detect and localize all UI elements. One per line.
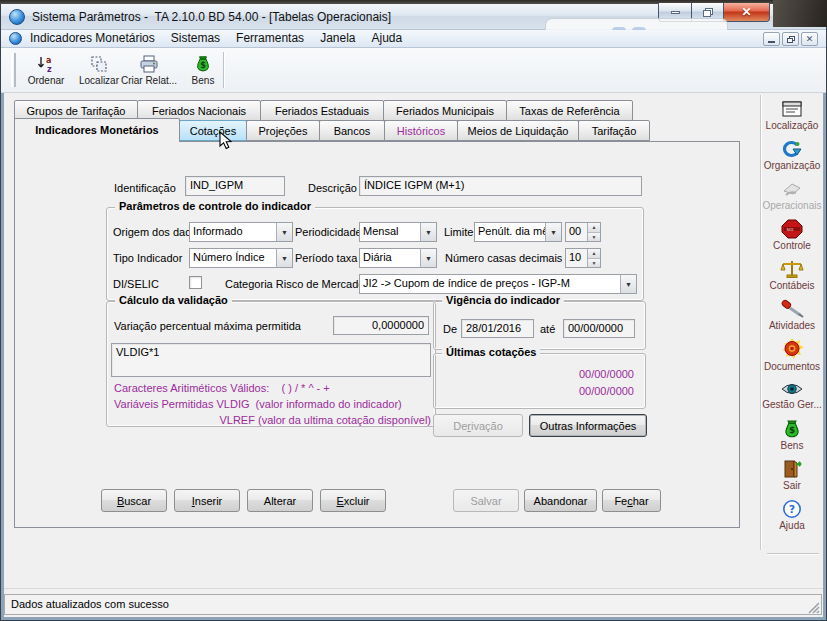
- localizar-button[interactable]: Localizar: [73, 50, 125, 91]
- ordenar-button[interactable]: a z Ordenar: [20, 50, 72, 91]
- close-button[interactable]: ✕: [724, 3, 770, 22]
- formula-textarea[interactable]: VLDIG*1: [111, 343, 431, 377]
- periodicidade-label: Periodicidade: [295, 226, 362, 238]
- tab-content-panel: Identificação IND_IGPM Descrição ÍNDICE …: [14, 141, 740, 528]
- spin-down-icon[interactable]: ▼: [588, 259, 600, 268]
- mdi-minimize-icon: [768, 41, 775, 43]
- chevron-down-icon[interactable]: ▼: [420, 223, 436, 241]
- variacao-field[interactable]: 0,0000000: [333, 316, 429, 335]
- identificacao-field[interactable]: IND_IGPM: [185, 176, 285, 196]
- sidebar-item-gestao-gerencial[interactable]: Gestão Ger...: [761, 375, 823, 415]
- categoria-risco-label: Categoria Risco de Mercado: [225, 278, 364, 290]
- toolbar-button-label: Bens: [192, 75, 215, 86]
- fechar-button[interactable]: Fechar: [602, 489, 661, 512]
- sidebar-item-controle[interactable]: SIG Controle: [761, 215, 823, 255]
- origem-combobox[interactable]: Informado ▼: [189, 222, 293, 242]
- tab-indicadores-monetarios[interactable]: Indicadores Monetários: [14, 118, 180, 142]
- spin-up-icon[interactable]: ▲: [588, 249, 600, 259]
- chevron-down-icon[interactable]: ▼: [276, 249, 292, 267]
- menu-sistemas[interactable]: Sistemas: [163, 30, 228, 48]
- sort-az-icon: a z: [36, 55, 56, 73]
- toolbar: a z Ordenar Localizar Criar Relat...: [1, 48, 826, 93]
- menu-ajuda[interactable]: Ajuda: [364, 30, 411, 48]
- periodo-taxa-label: Período taxa: [295, 252, 357, 264]
- diselic-checkbox[interactable]: [189, 276, 202, 289]
- menu-ferramentas[interactable]: Ferramentas: [228, 30, 312, 48]
- buscar-button[interactable]: Buscar: [101, 489, 167, 512]
- salvar-button[interactable]: Salvar: [453, 489, 519, 512]
- sidebar-item-documentos[interactable]: Documentos: [761, 335, 823, 375]
- casas-decimais-spinner[interactable]: 10 ▲▼: [565, 248, 601, 268]
- chevron-down-icon[interactable]: ▼: [545, 223, 561, 241]
- chevron-down-icon[interactable]: ▼: [620, 275, 636, 293]
- tab-historicos[interactable]: Históricos: [384, 120, 458, 141]
- find-selection-icon: [89, 55, 109, 73]
- svg-text:z: z: [47, 65, 52, 73]
- sidebar-item-contabeis[interactable]: Contábeis: [761, 255, 823, 295]
- money-bag-icon: $: [782, 419, 802, 439]
- periodo-taxa-combobox[interactable]: Diária ▼: [359, 248, 437, 268]
- tipo-indicador-label: Tipo Indicador: [113, 252, 182, 264]
- printer-icon: [139, 55, 159, 73]
- resize-grip[interactable]: [807, 601, 821, 615]
- toolbar-button-label: Localizar: [79, 75, 119, 86]
- vigencia-ate-field[interactable]: 00/00/0000: [563, 319, 635, 338]
- tab-taxas-de-referencia[interactable]: Taxas de Referência: [506, 100, 633, 121]
- tab-feriados-estaduais[interactable]: Feriados Estaduais: [260, 100, 384, 121]
- target-icon: [780, 338, 804, 360]
- vigencia-de-field[interactable]: 28/01/2016: [461, 319, 534, 338]
- spin-down-icon[interactable]: ▼: [588, 233, 600, 242]
- mdi-minimize-button[interactable]: [763, 32, 780, 46]
- limite-spinner[interactable]: 00 ▲▼: [565, 222, 601, 242]
- tab-tarifacao[interactable]: Tarifação: [578, 120, 650, 141]
- tab-meios-de-liquidacao[interactable]: Meios de Liquidação: [457, 120, 579, 141]
- menu-indicadores-monetarios[interactable]: Indicadores Monetários: [22, 30, 163, 48]
- menu-janela[interactable]: Janela: [312, 30, 363, 48]
- spin-up-icon[interactable]: ▲: [588, 223, 600, 233]
- sidebar-separator: [767, 553, 819, 555]
- chevron-down-icon[interactable]: ▼: [420, 249, 436, 267]
- money-bag-icon: $: [194, 55, 212, 73]
- sidebar-item-atividades[interactable]: Atividades: [761, 295, 823, 335]
- tipo-indicador-combobox[interactable]: Número Índice ▼: [189, 248, 293, 268]
- identificacao-label: Identificação: [114, 182, 176, 194]
- org-arrow-icon: [780, 139, 804, 159]
- tab-bancos[interactable]: Bancos: [319, 120, 385, 141]
- descricao-field[interactable]: ÍNDICE IGPM (M+1): [359, 176, 642, 196]
- derivacao-button[interactable]: Derivação: [433, 414, 523, 437]
- client-area: Grupos de Tarifação Feriados Nacionais F…: [4, 93, 823, 588]
- mdi-close-button[interactable]: ✕: [801, 32, 818, 46]
- sidebar-item-operacionais[interactable]: Operacionais: [761, 175, 823, 215]
- calculo-groupbox: Cálculo da validação Variação percentual…: [106, 301, 436, 427]
- toolbar-button-label: Ordenar: [28, 75, 65, 86]
- sidebar-item-bens[interactable]: $ Bens: [761, 415, 823, 455]
- alterar-button[interactable]: Alterar: [247, 489, 313, 512]
- bens-toolbar-button[interactable]: $ Bens: [183, 50, 223, 91]
- chevron-down-icon[interactable]: ▼: [276, 223, 292, 241]
- tab-projecoes[interactable]: Projeções: [246, 120, 320, 141]
- hint-vlref: VLREF (valor da ultima cotação disponíve…: [107, 414, 431, 426]
- outras-informacoes-button[interactable]: Outras Informações: [529, 414, 647, 437]
- categoria-risco-combobox[interactable]: JI2 -> Cupom de índice de preços - IGP-M…: [359, 274, 637, 294]
- ultima-cotacao-data-2: 00/00/0000: [434, 385, 634, 397]
- sidebar-item-ajuda[interactable]: ? Ajuda: [761, 495, 823, 535]
- tab-feriados-municipais[interactable]: Feriados Municipais: [383, 100, 507, 121]
- close-icon: ✕: [741, 6, 751, 18]
- mdi-restore-button[interactable]: [782, 32, 799, 46]
- toolbar-grip[interactable]: [11, 53, 16, 87]
- inserir-button[interactable]: Inserir: [174, 489, 240, 512]
- excluir-button[interactable]: Excluir: [320, 489, 386, 512]
- sidebar-item-localizacao[interactable]: Localização: [761, 95, 823, 135]
- ultimas-cotacoes-title: Últimas cotações: [442, 346, 540, 358]
- sidebar-item-organizacao[interactable]: Organização: [761, 135, 823, 175]
- category-sidebar: Localização Organização Operacionais: [760, 95, 823, 550]
- criar-relatorio-button[interactable]: Criar Relat...: [119, 50, 179, 91]
- periodicidade-combobox[interactable]: Mensal ▼: [359, 222, 437, 242]
- window-title: Sistema Parâmetros - TA 2.10.0 BD 54.00 …: [32, 10, 391, 24]
- sidebar-item-sair[interactable]: Sair: [761, 455, 823, 495]
- parametros-groupbox: Parâmetros de controle do indicador Orig…: [106, 207, 644, 301]
- limite-combobox[interactable]: Penúlt. dia mês ▼: [474, 222, 562, 242]
- tab-cotacoes[interactable]: Cotações: [179, 120, 247, 141]
- abandonar-button[interactable]: Abandonar: [524, 489, 597, 512]
- diselic-label: DI/SELIC: [113, 278, 159, 290]
